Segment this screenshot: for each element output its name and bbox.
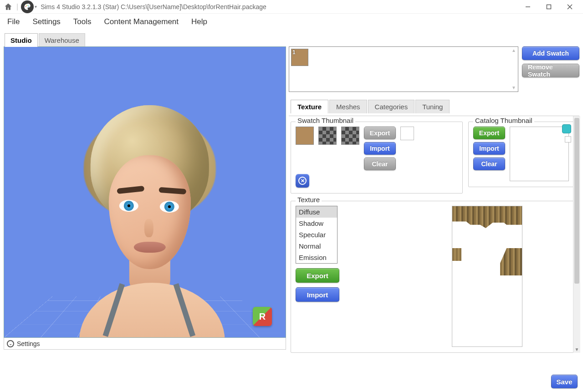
texture-item-emission[interactable]: Emission	[296, 252, 337, 263]
sub-tab-strip: Texture Meshes Categories Tuning	[289, 99, 579, 113]
inspector-scrollbar[interactable]: ▼	[573, 116, 580, 353]
window-controls	[517, 0, 580, 13]
main-tab-strip: Studio Warehouse	[0, 33, 583, 46]
rotate-cube-icon[interactable]: R	[253, 307, 272, 326]
scroll-down-icon[interactable]: ▼	[511, 85, 517, 91]
menu-content-management[interactable]: Content Management	[102, 15, 181, 28]
catalog-thumbnail-legend: Catalog Thumbnail	[473, 117, 534, 124]
inspector-panel: 1 ▲ ▼ Add Swatch Remove Swatch Texture M…	[289, 46, 579, 351]
preview-panel: R ⌄ Settings	[4, 46, 286, 351]
svg-rect-5	[547, 5, 551, 9]
texture-row: Diffuse Shadow Specular Normal Emission …	[296, 206, 573, 347]
scrollbar-thumb[interactable]	[574, 118, 579, 284]
delete-swatch-thumb-icon[interactable]: ✕	[296, 174, 309, 188]
menu-tools[interactable]: Tools	[72, 15, 93, 28]
subtab-tuning[interactable]: Tuning	[415, 100, 450, 113]
texture-item-diffuse[interactable]: Diffuse	[296, 206, 337, 218]
swatch-buttons: Add Swatch Remove Swatch	[522, 46, 579, 92]
subtab-categories[interactable]: Categories	[368, 100, 415, 113]
texture-type-list[interactable]: Diffuse Shadow Specular Normal Emission	[296, 206, 338, 264]
menu-bar: File Settings Tools Content Management H…	[0, 14, 583, 30]
close-button[interactable]	[559, 0, 580, 13]
minimize-button[interactable]	[517, 0, 538, 13]
chevron-down-icon[interactable]: ▾	[35, 4, 37, 9]
character	[36, 87, 245, 338]
swatch-thumb-export-button[interactable]: Export	[364, 127, 396, 139]
texture-export-button[interactable]: Export	[296, 268, 339, 283]
swatch-thumb-checker-1[interactable]	[318, 127, 337, 145]
catalog-badge-icon	[562, 124, 571, 133]
model-preview[interactable]: R	[4, 46, 286, 338]
swatch-thumbnail-legend: Swatch Thumbnail	[296, 117, 355, 124]
chevron-down-icon: ⌄	[7, 340, 14, 347]
save-button[interactable]: Save	[551, 375, 578, 388]
catalog-thumb-import-button[interactable]: Import	[473, 142, 505, 155]
swatch-item[interactable]: 1	[291, 49, 308, 66]
thumbnail-groups: Swatch Thumbnail Export Import Clear ✕	[291, 118, 578, 193]
home-icon[interactable]	[3, 1, 14, 12]
maximize-button[interactable]	[538, 0, 559, 13]
swatch-thumb-buttons: Export Import Clear	[364, 127, 396, 170]
catalog-thumbnail-group: Catalog Thumbnail Export Import Clear	[468, 122, 578, 187]
swatch-thumb-import-button[interactable]: Import	[364, 142, 396, 155]
menu-help[interactable]: Help	[189, 15, 209, 28]
texture-import-button[interactable]: Import	[296, 287, 339, 302]
subtab-texture[interactable]: Texture	[291, 100, 328, 113]
swatch-number: 1	[292, 49, 296, 56]
swatch-thumb-color[interactable]	[296, 127, 314, 145]
swatch-row: 1 ▲ ▼ Add Swatch Remove Swatch	[289, 46, 579, 92]
catalog-thumb-clear-button[interactable]: Clear	[473, 158, 505, 170]
texture-item-normal[interactable]: Normal	[296, 240, 337, 252]
tab-studio[interactable]: Studio	[5, 33, 38, 47]
catalog-thumb-export-button[interactable]: Export	[473, 127, 505, 139]
svg-point-1	[26, 5, 27, 5]
swatch-thumbnail-row: Export Import Clear	[296, 127, 458, 170]
save-button-container: Save	[551, 375, 578, 388]
subtab-meshes[interactable]: Meshes	[329, 100, 367, 113]
preview-settings-label: Settings	[17, 340, 40, 347]
add-swatch-button[interactable]: Add Swatch	[522, 46, 579, 60]
subtab-body: Swatch Thumbnail Export Import Clear ✕	[289, 116, 579, 353]
tab-warehouse[interactable]: Warehouse	[39, 33, 85, 47]
texture-legend: Texture	[296, 196, 322, 204]
menu-file[interactable]: File	[5, 15, 21, 28]
palette-icon[interactable]	[21, 0, 34, 13]
catalog-thumb-preview[interactable]	[510, 127, 569, 181]
svg-point-3	[29, 6, 30, 7]
separator: |	[14, 3, 21, 11]
swatch-thumbnail-group: Swatch Thumbnail Export Import Clear ✕	[291, 122, 463, 193]
swatch-thumb-clear-button[interactable]: Clear	[364, 158, 396, 170]
remove-swatch-button[interactable]: Remove Swatch	[522, 64, 579, 77]
texture-buttons: Export Import	[296, 268, 339, 302]
texture-preview[interactable]	[452, 206, 522, 347]
window-title: Sims 4 Studio 3.2.1.3 (Star) C:\Users\[U…	[41, 3, 266, 10]
texture-item-shadow[interactable]: Shadow	[296, 218, 337, 229]
texture-item-specular[interactable]: Specular	[296, 229, 337, 240]
svg-point-2	[28, 5, 29, 5]
swatch-thumb-empty-slot[interactable]	[400, 127, 414, 140]
svg-point-0	[26, 6, 26, 7]
preview-settings-toggle[interactable]: ⌄ Settings	[4, 338, 286, 350]
content-area: R ⌄ Settings 1 ▲ ▼ Add Swatch Remove Swa…	[0, 46, 583, 351]
scroll-down-icon[interactable]: ▼	[573, 347, 580, 352]
catalog-thumb-buttons: Export Import Clear	[473, 127, 505, 181]
swatch-list[interactable]: 1 ▲ ▼	[289, 46, 518, 92]
texture-group: Texture Diffuse Shadow Specular Normal E…	[291, 201, 578, 353]
scroll-up-icon[interactable]: ▲	[511, 48, 517, 53]
menu-settings[interactable]: Settings	[31, 15, 62, 28]
swatch-thumb-checker-2[interactable]	[341, 127, 359, 145]
catalog-empty-slot[interactable]	[565, 136, 571, 143]
title-bar: | ▾ Sims 4 Studio 3.2.1.3 (Star) C:\User…	[0, 0, 583, 14]
